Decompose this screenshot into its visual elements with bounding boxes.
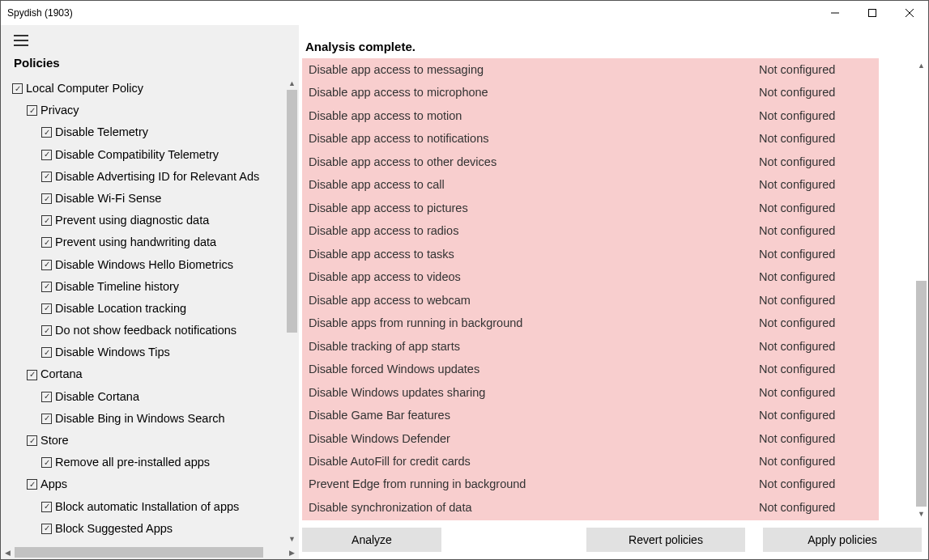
tree-item[interactable]: Store xyxy=(12,430,284,452)
tree-item[interactable]: Disable Compatibility Telemetry xyxy=(12,144,284,166)
checkbox-icon[interactable] xyxy=(41,127,52,138)
tree-item[interactable]: Disable Advertising ID for Relevant Ads xyxy=(12,166,284,188)
tree-item[interactable]: Local Computer Policy xyxy=(12,78,284,100)
result-row[interactable]: Disable AutoFill for credit cardsNot con… xyxy=(302,450,879,473)
result-row[interactable]: Disable Windows DefenderNot configured xyxy=(302,427,879,450)
checkbox-icon[interactable] xyxy=(41,303,52,314)
result-row[interactable]: Disable app access to radiosNot configur… xyxy=(302,219,879,242)
result-status: Not configured xyxy=(759,245,872,263)
checkbox-icon[interactable] xyxy=(41,172,52,182)
tree-item[interactable]: Disable Windows Tips xyxy=(12,342,284,363)
maximize-icon xyxy=(868,9,876,17)
tree-item[interactable]: Privacy xyxy=(12,100,284,121)
checkbox-icon[interactable] xyxy=(27,105,37,116)
scroll-left-arrow-icon[interactable]: ◀ xyxy=(1,545,15,559)
result-status: Not configured xyxy=(759,475,872,493)
tree-horizontal-scrollbar[interactable]: ◀ ▶ xyxy=(1,545,299,559)
minimize-button[interactable] xyxy=(816,1,854,25)
results-vertical-scrollbar[interactable]: ▲ ▼ xyxy=(914,58,928,520)
tree-item[interactable]: Disable app access to account info xyxy=(12,540,284,545)
tree-item[interactable]: Block Suggested Apps xyxy=(12,518,284,540)
scroll-thumb[interactable] xyxy=(916,281,927,507)
checkbox-icon[interactable] xyxy=(41,524,52,534)
tree-item[interactable]: Disable Bing in Windows Search xyxy=(12,408,284,430)
result-row[interactable]: Disable forced Windows updatesNot config… xyxy=(302,358,879,380)
apply-policies-button[interactable]: Apply policies xyxy=(763,528,922,552)
scroll-track[interactable] xyxy=(914,72,928,507)
checkbox-icon[interactable] xyxy=(41,325,52,336)
result-status: Not configured xyxy=(759,83,872,101)
result-row[interactable]: Disable app access to webcamNot configur… xyxy=(302,289,879,312)
scroll-thumb[interactable] xyxy=(15,547,263,558)
tree-vertical-scrollbar[interactable]: ▲ ▼ xyxy=(285,76,299,545)
result-row[interactable]: Disable app access to videosNot configur… xyxy=(302,265,879,288)
tree-item[interactable]: Remove all pre-installed apps xyxy=(12,452,284,473)
close-button[interactable] xyxy=(891,1,928,25)
checkbox-icon[interactable] xyxy=(41,282,52,292)
result-name: Disable app access to radios xyxy=(309,222,759,240)
checkbox-icon[interactable] xyxy=(12,83,23,94)
result-row[interactable]: Disable apps from running in backgroundN… xyxy=(302,312,879,334)
scroll-down-arrow-icon[interactable]: ▼ xyxy=(285,532,299,545)
result-status: Not configured xyxy=(759,314,872,332)
result-row[interactable]: Disable app access to picturesNot config… xyxy=(302,197,879,219)
result-row[interactable]: Disable app access to other devicesNot c… xyxy=(302,151,879,173)
checkbox-icon[interactable] xyxy=(41,457,52,468)
tree-item[interactable]: Disable Wi-Fi Sense xyxy=(12,188,284,210)
result-row[interactable]: Disable tracking of app startsNot config… xyxy=(302,335,879,358)
scroll-thumb[interactable] xyxy=(287,90,297,333)
tree-item[interactable]: Disable Telemetry xyxy=(12,121,284,143)
checkbox-icon[interactable] xyxy=(41,392,52,402)
tree-item-label: Prevent using diagnostic data xyxy=(55,211,209,230)
checkbox-icon[interactable] xyxy=(41,260,52,270)
checkbox-icon[interactable] xyxy=(41,414,52,424)
result-row[interactable]: Prevent Edge from running in backgroundN… xyxy=(302,473,879,495)
tree-item[interactable]: Apps xyxy=(12,473,284,495)
result-row[interactable]: Disable app access to messagingNot confi… xyxy=(302,58,879,81)
menu-button[interactable] xyxy=(1,25,299,51)
result-row[interactable]: Disable app access to motionNot configur… xyxy=(302,104,879,127)
checkbox-icon[interactable] xyxy=(41,150,52,160)
checkbox-icon[interactable] xyxy=(27,479,37,490)
tree-item[interactable]: Disable Windows Hello Biometrics xyxy=(12,254,284,276)
result-row[interactable]: Disable Windows updates sharingNot confi… xyxy=(302,381,879,404)
result-row[interactable]: Disable app access to callNot configured xyxy=(302,173,879,196)
tree-item[interactable]: Prevent using diagnostic data xyxy=(12,210,284,231)
scroll-right-arrow-icon[interactable]: ▶ xyxy=(285,545,299,559)
tree-item-label: Do not show feedback notifications xyxy=(55,321,237,340)
checkbox-icon[interactable] xyxy=(27,435,37,446)
checkbox-icon[interactable] xyxy=(41,347,52,358)
scroll-up-arrow-icon[interactable]: ▲ xyxy=(285,76,299,90)
tree-item[interactable]: Disable Timeline history xyxy=(12,276,284,298)
scroll-track[interactable] xyxy=(15,545,285,559)
result-name: Disable AutoFill for credit cards xyxy=(309,452,759,470)
tree-item-label: Prevent using handwriting data xyxy=(55,233,216,252)
results-list[interactable]: Disable app access to messagingNot confi… xyxy=(302,58,879,520)
checkbox-icon[interactable] xyxy=(41,237,52,248)
revert-policies-button[interactable]: Revert policies xyxy=(586,528,745,552)
checkbox-icon[interactable] xyxy=(41,215,52,226)
result-row[interactable]: Disable app access to tasksNot configure… xyxy=(302,243,879,265)
checkbox-icon[interactable] xyxy=(41,193,52,204)
tree-item[interactable]: Cortana xyxy=(12,363,284,385)
scroll-track[interactable] xyxy=(285,90,299,532)
result-row[interactable]: Disable Game Bar featuresNot configured xyxy=(302,404,879,426)
result-row[interactable]: Disable app access to microphoneNot conf… xyxy=(302,81,879,104)
tree-item[interactable]: Disable Location tracking xyxy=(12,298,284,320)
checkbox-icon[interactable] xyxy=(27,370,37,380)
analyze-button[interactable]: Analyze xyxy=(302,528,441,552)
scroll-down-arrow-icon[interactable]: ▼ xyxy=(914,507,928,520)
tree-item-label: Apps xyxy=(40,475,67,494)
checkbox-icon[interactable] xyxy=(41,502,52,512)
result-name: Disable tracking of app starts xyxy=(309,337,759,355)
result-row[interactable]: Disable synchronization of dataNot confi… xyxy=(302,496,879,519)
tree-item[interactable]: Disable Cortana xyxy=(12,386,284,408)
tree-item[interactable]: Prevent using handwriting data xyxy=(12,231,284,253)
tree-item[interactable]: Block automatic Installation of apps xyxy=(12,496,284,518)
scroll-up-arrow-icon[interactable]: ▲ xyxy=(914,58,928,72)
result-status: Not configured xyxy=(759,498,872,516)
maximize-button[interactable] xyxy=(854,1,891,25)
policy-tree[interactable]: Local Computer PolicyPrivacyDisable Tele… xyxy=(1,76,284,545)
result-row[interactable]: Disable app access to notificationsNot c… xyxy=(302,127,879,150)
tree-item[interactable]: Do not show feedback notifications xyxy=(12,320,284,342)
